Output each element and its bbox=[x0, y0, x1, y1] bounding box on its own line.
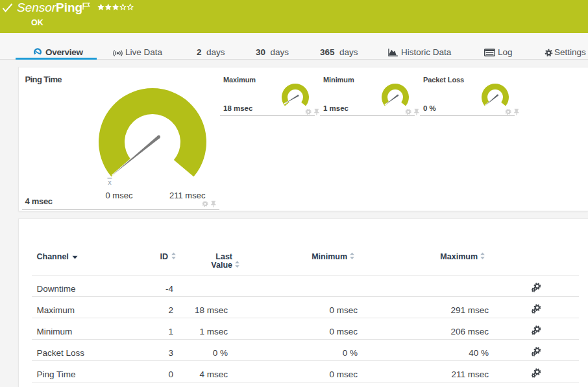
svg-text:x: x bbox=[108, 178, 112, 186]
